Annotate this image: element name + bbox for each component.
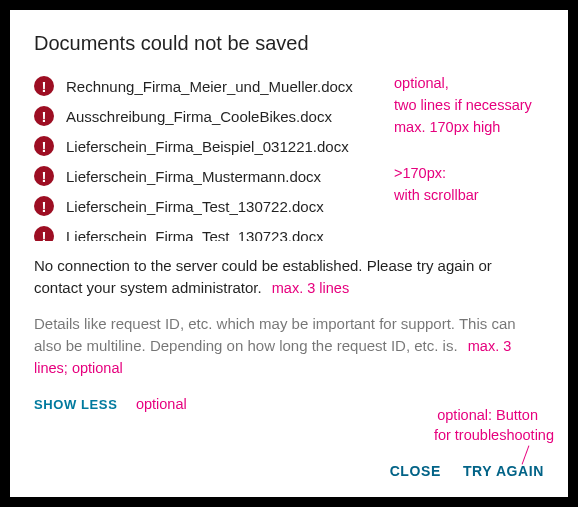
error-message-text: No connection to the server could be est… <box>34 257 492 296</box>
list-item: ! Lieferschein_Firma_Mustermann.docx <box>34 161 544 191</box>
error-dialog: Documents could not be saved ! Rechnung_… <box>10 10 568 497</box>
document-list[interactable]: ! Rechnung_Firma_Meier_und_Mueller.docx … <box>34 71 544 241</box>
list-item: ! Ausschreibung_Firma_CooleBikes.docx <box>34 101 544 131</box>
dialog-actions: CLOSE TRY AGAIN <box>34 455 544 479</box>
list-item: ! Lieferschein_Firma_Test_130723.docx <box>34 221 544 241</box>
close-button[interactable]: CLOSE <box>390 463 441 479</box>
list-item-label: Lieferschein_Firma_Mustermann.docx <box>66 168 321 185</box>
list-item-label: Ausschreibung_Firma_CooleBikes.docx <box>66 108 332 125</box>
error-icon: ! <box>34 76 54 96</box>
toggle-row: SHOW LESS optional <box>34 395 544 422</box>
annotation: for troubleshooting <box>434 425 554 445</box>
error-message: No connection to the server could be est… <box>34 255 544 299</box>
list-item-label: Lieferschein_Firma_Test_130723.docx <box>66 228 324 242</box>
annotation: optional <box>136 396 187 412</box>
error-icon: ! <box>34 226 54 241</box>
error-details-text: Details like request ID, etc. which may … <box>34 315 516 354</box>
error-icon: ! <box>34 166 54 186</box>
list-item-label: Lieferschein_Firma_Beispiel_031221.docx <box>66 138 349 155</box>
list-item: ! Lieferschein_Firma_Test_130722.docx <box>34 191 544 221</box>
list-item: ! Rechnung_Firma_Meier_und_Mueller.docx <box>34 71 544 101</box>
list-item-label: Lieferschein_Firma_Test_130722.docx <box>66 198 324 215</box>
error-details: Details like request ID, etc. which may … <box>34 313 544 379</box>
document-list-container: ! Rechnung_Firma_Meier_und_Mueller.docx … <box>34 71 544 241</box>
error-icon: ! <box>34 196 54 216</box>
annotation: max. 3 lines <box>272 280 349 296</box>
list-item-label: Rechnung_Firma_Meier_und_Mueller.docx <box>66 78 353 95</box>
try-again-button[interactable]: TRY AGAIN <box>463 463 544 479</box>
list-item: ! Lieferschein_Firma_Beispiel_031221.doc… <box>34 131 544 161</box>
error-icon: ! <box>34 106 54 126</box>
show-less-toggle[interactable]: SHOW LESS <box>34 397 117 412</box>
dialog-title: Documents could not be saved <box>34 32 544 55</box>
error-icon: ! <box>34 136 54 156</box>
